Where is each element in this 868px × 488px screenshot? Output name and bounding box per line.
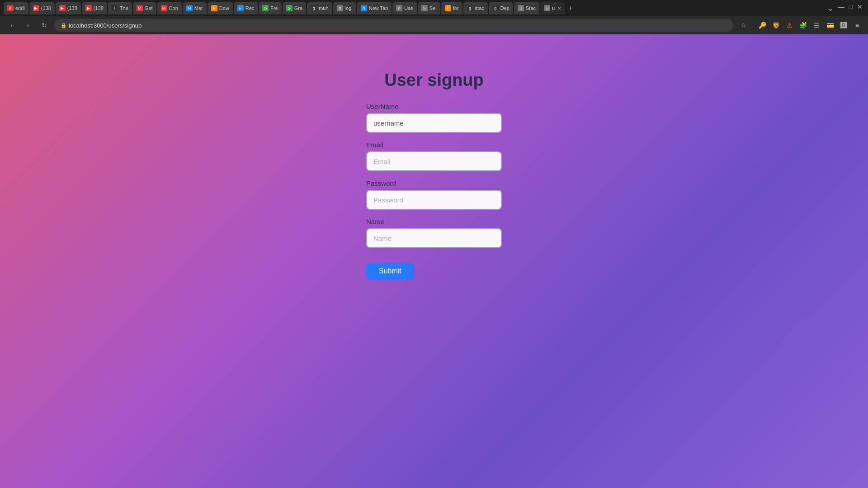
tab-stack2[interactable]: S Stac	[514, 2, 539, 14]
tab-favicon: F	[237, 5, 244, 11]
name-input[interactable]	[366, 228, 502, 248]
page-content: User signup UserName Email Password Name…	[0, 34, 868, 488]
tab-favicon: S	[262, 5, 269, 11]
username-input[interactable]	[366, 113, 502, 133]
refresh-button[interactable]: ↻	[38, 19, 51, 32]
submit-button[interactable]: Submit	[366, 263, 414, 280]
tab-the[interactable]: T The	[108, 2, 132, 14]
extension-icon-alert[interactable]: ⚠	[784, 20, 795, 31]
maximize-button[interactable]: □	[847, 3, 854, 13]
tab-con[interactable]: M Con	[157, 2, 182, 14]
bookmark-button[interactable]: ☆	[737, 19, 750, 32]
password-input[interactable]	[366, 190, 502, 210]
tab-favicon: S	[518, 5, 524, 11]
tab-favicon: N	[361, 5, 367, 11]
tab-dow[interactable]: F Dow	[208, 2, 233, 14]
tab-favicon: S	[286, 5, 292, 11]
tab-stack1[interactable]: g stac	[463, 2, 488, 14]
tab-favicon: F	[211, 5, 217, 11]
new-tab-button[interactable]: +	[566, 4, 575, 12]
name-label: Name	[366, 218, 502, 225]
close-button[interactable]: ✕	[855, 3, 864, 13]
tab-favicon: M	[186, 5, 193, 11]
tab-favicon: T	[112, 5, 118, 11]
tab-rec[interactable]: F Rec	[234, 2, 258, 14]
tab-active[interactable]: U u ✕	[540, 2, 565, 14]
tab-muh[interactable]: g muh	[307, 2, 332, 14]
extension-icon-brave[interactable]: 🦁	[770, 20, 781, 31]
back-button[interactable]: ‹	[5, 19, 18, 32]
tab-newtab[interactable]: N New Tab	[357, 2, 392, 14]
forward-button[interactable]: ›	[22, 19, 34, 32]
tab-dep[interactable]: g Dep	[489, 2, 513, 14]
tab-favicon: g	[492, 5, 499, 11]
tab-log[interactable]: g logi	[333, 2, 356, 14]
tab-mer[interactable]: M Mer	[183, 2, 207, 14]
email-input[interactable]	[366, 151, 502, 171]
menu-icon[interactable]: ≡	[852, 20, 863, 31]
tab-bar: e eddi ▶ (138 ▶ (138 ▶ (138 T The M Get …	[0, 0, 868, 16]
address-field[interactable]: 🔒 localhost:3000/users/signup	[54, 19, 733, 32]
tab-favicon: g	[467, 5, 473, 11]
tab-fre[interactable]: S Fre	[259, 2, 282, 14]
extension-list-icon[interactable]: ☰	[811, 20, 822, 31]
tab-close-icon[interactable]: ✕	[557, 6, 561, 11]
tab-favicon: o	[396, 5, 402, 11]
address-bar: ‹ › ↻ 🔒 localhost:3000/users/signup ☆ 🔑 …	[0, 16, 868, 34]
extension-logo-icon[interactable]: 🅱	[838, 20, 849, 31]
username-field-group: UserName	[366, 103, 502, 133]
password-label: Password	[366, 179, 502, 187]
tab-favicon: g	[311, 5, 317, 11]
tab-get[interactable]: M Get	[133, 2, 156, 14]
tab-favicon: M	[137, 5, 143, 11]
toolbar-icons: 🔑 🦁 ⚠ 🧩 ☰ 💳 🅱 ≡	[757, 20, 863, 31]
tab-favicon: g	[337, 5, 343, 11]
name-field-group: Name	[366, 218, 502, 248]
tab-favicon: U	[544, 5, 550, 11]
tab-favicon: ▶	[85, 5, 92, 11]
tab-yt3[interactable]: ▶ (138	[82, 2, 107, 14]
tab-yt2[interactable]: ▶ (138	[56, 2, 81, 14]
window-controls: ⌄ — □ ✕	[825, 3, 864, 13]
password-field-group: Password	[366, 179, 502, 210]
browser-chrome: e eddi ▶ (138 ▶ (138 ▶ (138 T The M Get …	[0, 0, 868, 34]
tab-favicon: ▶	[33, 5, 39, 11]
tab-gra[interactable]: S Gra	[283, 2, 306, 14]
page-title: User signup	[384, 70, 484, 90]
email-label: Email	[366, 141, 502, 149]
signup-form-container: User signup UserName Email Password Name…	[366, 70, 502, 280]
tab-overflow-icon[interactable]: ⌄	[825, 3, 835, 13]
tab-favicon: M	[161, 5, 167, 11]
tab-favicon: e	[7, 5, 14, 11]
minimize-button[interactable]: —	[836, 3, 846, 13]
tab-sel[interactable]: S Sel	[418, 2, 440, 14]
tab-use[interactable]: o Use	[392, 2, 417, 14]
tab-favicon: f	[445, 5, 451, 11]
tab-yt1[interactable]: ▶ (138	[29, 2, 55, 14]
email-field-group: Email	[366, 141, 502, 171]
tab-favicon: S	[421, 5, 428, 11]
url-display: localhost:3000/users/signup	[69, 22, 142, 29]
tab-eddi[interactable]: e eddi	[4, 2, 28, 14]
extension-wallet-icon[interactable]: 💳	[825, 20, 835, 31]
tab-favicon: ▶	[59, 5, 66, 11]
tab-for[interactable]: f for	[441, 2, 462, 14]
extension-puzzle-icon[interactable]: 🧩	[797, 20, 808, 31]
extension-icon-key[interactable]: 🔑	[757, 20, 768, 31]
username-label: UserName	[366, 103, 502, 110]
secure-lock-icon: 🔒	[61, 23, 67, 28]
